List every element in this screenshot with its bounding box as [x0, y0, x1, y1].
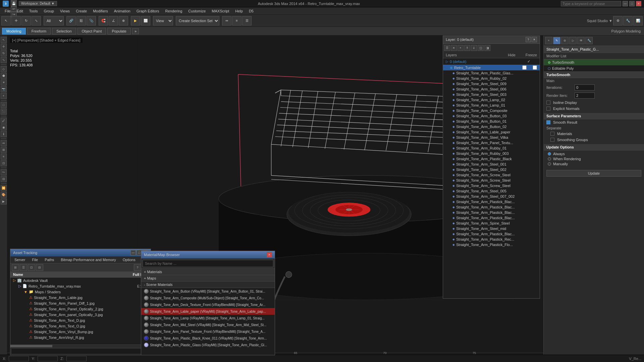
tb-angle-snap-icon[interactable]: ∠: [109, 16, 118, 25]
layer-default[interactable]: ▷ 0 (default) ✓: [443, 58, 540, 65]
menu-file[interactable]: File: [2, 8, 13, 14]
layer-item-12[interactable]: ◈Straight_Tone_Arm_Steel_Vilka: [443, 135, 540, 140]
update-button[interactable]: Update: [546, 170, 641, 177]
iterations-input[interactable]: [575, 84, 595, 90]
at-menu-paths[interactable]: Paths: [42, 257, 57, 262]
mb-item-3[interactable]: Straight_Tone_Arm_Lable_paper (VRayMtl) …: [141, 308, 275, 315]
bb-y-input[interactable]: [38, 356, 58, 361]
layer-item-5[interactable]: ◈Straight_Tone_Arm_Lamp_02: [443, 97, 540, 103]
layer-item-21[interactable]: ◈Straight_Tone_Arm_Screw_Steel: [443, 183, 540, 188]
at-menu-bitmap[interactable]: Bitmap Performance and Memory: [58, 257, 118, 262]
lt-dope-sheet-btn[interactable]: ⊟: [1, 176, 7, 182]
lt-geometry-btn[interactable]: ◇: [1, 66, 7, 72]
layer-tb-close[interactable]: ✕: [451, 45, 457, 51]
tb-extra-btn3[interactable]: 📊: [633, 16, 643, 25]
tb-rotate-icon[interactable]: ↻: [21, 16, 31, 25]
select-mode-dropdown[interactable]: All: [44, 16, 64, 25]
menu-customize[interactable]: Customize: [185, 8, 208, 14]
menu-modifiers[interactable]: Modifiers: [90, 8, 111, 14]
layer-retro-turntable[interactable]: ◉ Retro_Turntable: [443, 65, 540, 70]
tb-scale-icon[interactable]: ⤡: [32, 16, 41, 25]
at-tb-btn3[interactable]: ⊡: [28, 264, 35, 271]
tb-snap-icon[interactable]: 🧲: [99, 16, 108, 25]
more-tabs-btn[interactable]: »: [132, 28, 139, 34]
at-file-row[interactable]: ▷ 📄 Retro_Turntable_max_vray.max E:\Vi..…: [10, 283, 151, 289]
at-menu-server[interactable]: Server: [12, 257, 28, 262]
layer-tb-btn5[interactable]: ⇓: [471, 45, 477, 51]
menu-help[interactable]: Help: [232, 8, 246, 14]
layer-item-2[interactable]: ◈Straight_Tone_Arm_Steel_009: [443, 81, 540, 86]
mat-browser-close-btn[interactable]: ✕: [267, 252, 272, 257]
modifier-turbosmooth[interactable]: ⚙ TurboSmooth: [544, 59, 644, 65]
layer-item-14[interactable]: ◈Straight_Tone_Arm_Rubby_01: [443, 145, 540, 151]
render-iters-input[interactable]: [575, 93, 595, 99]
tb-render-frame-icon[interactable]: ⬜: [141, 16, 150, 25]
layer-item-19[interactable]: ◈Straight_Tone_Arm_Screw_Steel: [443, 172, 540, 178]
layer-panel-help-btn[interactable]: ?: [526, 37, 531, 42]
layer-item-25[interactable]: ◈Straight_Tone_Arm_Plastick_Blac...: [443, 204, 540, 210]
materials-checkbox[interactable]: [550, 132, 554, 136]
mb-section-materials[interactable]: + Materials: [141, 269, 275, 275]
mod-tab-create[interactable]: +: [545, 37, 552, 44]
mb-item-8[interactable]: Straight_Tone_Arm_Plastic_Glass (VRayMtl…: [141, 342, 275, 348]
menu-maxscript[interactable]: MAXScript: [209, 8, 232, 14]
window-close-button[interactable]: ✕: [636, 1, 641, 6]
tb-render-icon[interactable]: ▶: [131, 16, 140, 25]
mb-item-0[interactable]: Straight_Tone_Arm_Button (VRayMtl) [Stra…: [141, 288, 275, 295]
layer-item-17[interactable]: ◈Straight_Tone_Arm_Steel_001: [443, 162, 540, 167]
smoothing-groups-checkbox[interactable]: [550, 138, 554, 142]
lt-render-btn[interactable]: ▶: [1, 198, 7, 204]
mod-tab-motion[interactable]: ▷: [569, 37, 577, 44]
window-maximize-button[interactable]: □: [629, 1, 635, 6]
tab-selection[interactable]: Selection: [52, 28, 76, 35]
at-menu-options[interactable]: Options: [120, 257, 138, 262]
layer-item-30[interactable]: ◈Straight_Tone_Arm_Plastick_Blac...: [443, 231, 540, 237]
menu-d5[interactable]: D5: [246, 8, 256, 14]
lt-mat-editor-btn[interactable]: 🎨: [1, 192, 7, 198]
lt-schematic-btn[interactable]: 🔀: [1, 185, 7, 191]
layer-item-26[interactable]: ◈Straight_Tone_Arm_Plastick_Blac...: [443, 210, 540, 215]
tb-layers-icon[interactable]: ☰: [242, 16, 252, 25]
at-minimize-btn[interactable]: —: [130, 250, 136, 255]
lt-rotate-btn[interactable]: ↻: [1, 50, 7, 56]
tb-mirror-icon[interactable]: ⇔: [222, 16, 231, 25]
layer-item-1[interactable]: ◈Straight_Tone_Arm_Rubby_02: [443, 76, 540, 81]
layer-tb-btn1[interactable]: ☰: [444, 45, 450, 51]
layer-item-11[interactable]: ◈Straight_Tone_Arm_Lable_paper: [443, 129, 540, 135]
at-map-2[interactable]: ⚠ Straight_Tone_Arm_Panel_Optically_2.jp…: [10, 306, 151, 312]
mod-tab-modify[interactable]: ✎: [553, 37, 560, 44]
mb-section-maps[interactable]: + Maps: [141, 275, 275, 282]
bb-z-input[interactable]: [66, 356, 87, 361]
at-status-input[interactable]: [11, 348, 150, 354]
layer-item-20[interactable]: ◈Straight_Tone_Arm_Screw_Steel: [443, 178, 540, 183]
at-menu-file[interactable]: File: [29, 257, 41, 262]
lt-select-region-btn[interactable]: □: [1, 102, 7, 108]
layer-retro-freeze-cb[interactable]: [533, 65, 537, 70]
layer-item-10[interactable]: ◈Straight_Tone_Arm_Button_02: [443, 124, 540, 129]
layer-item-32[interactable]: ◈Straight_Tone_Arm_Plastick_Flo...: [443, 242, 540, 247]
lt-paint-btn[interactable]: 🖊: [1, 118, 7, 124]
lt-scale-btn[interactable]: ⤡: [1, 57, 7, 63]
layer-tb-btn6[interactable]: ◫: [478, 45, 484, 51]
menu-views[interactable]: Views: [57, 8, 72, 14]
mb-section-scene[interactable]: - Scene Materials: [141, 282, 275, 288]
lt-lights-btn[interactable]: ☀: [1, 79, 7, 85]
tab-freeform[interactable]: Freeform: [27, 28, 51, 35]
layer-item-24[interactable]: ◈Straight_Tone_Arm_Plastick_Blac...: [443, 199, 540, 204]
layer-item-8[interactable]: ◈Straight_Tone_Arm_Button_03: [443, 113, 540, 119]
at-maps-folder-row[interactable]: ▼ 📁 Maps / Shaders: [10, 289, 151, 295]
at-map-6[interactable]: ⚠ Straight_Tone_Arm_Vinyl_Bump.jpg: [10, 329, 151, 335]
layer-retro-hide-cb[interactable]: [522, 65, 527, 70]
lt-helpers-btn[interactable]: +: [1, 93, 7, 99]
radio-manually[interactable]: Manually: [548, 162, 640, 166]
tb-extra-btn2[interactable]: 🔧: [623, 16, 633, 25]
tab-populate[interactable]: Populate: [107, 28, 130, 35]
layer-item-23[interactable]: ◈Straight_Tone_Arm_Steel_007_002: [443, 194, 540, 199]
isoline-checkbox[interactable]: [546, 101, 550, 105]
layer-item-29[interactable]: ◈Straight_Tone_Arm_Steel_mid: [443, 226, 540, 231]
mb-item-6[interactable]: Straight_Tone_Arm_Panel_Texture_Front (V…: [141, 328, 275, 335]
lt-shapes-btn[interactable]: ⬟: [1, 73, 7, 79]
save-icon[interactable]: 💾: [11, 1, 17, 6]
window-minimize-button[interactable]: —: [623, 1, 628, 6]
menu-graph-editors[interactable]: Graph Editors: [134, 8, 162, 14]
